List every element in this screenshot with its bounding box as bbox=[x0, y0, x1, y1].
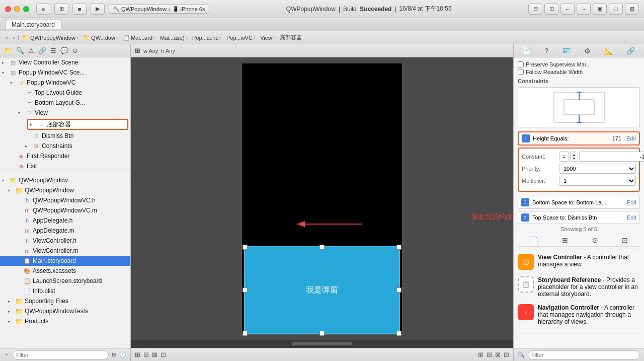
tree-item-qwvc-h[interactable]: h QWPopupWindowVC.h bbox=[0, 195, 130, 205]
tree-item-products[interactable]: 📁 Products bbox=[0, 316, 130, 326]
inspector-connections-btn[interactable]: 🔗 bbox=[624, 46, 637, 56]
tree-item-launchscreen[interactable]: 📋 LaunchScreen.storyboard bbox=[0, 276, 130, 286]
nav-forward[interactable]: → bbox=[577, 4, 591, 15]
handle-top[interactable] bbox=[319, 245, 325, 250]
breadcrumb-item-popup-scene[interactable]: Pop...cene › bbox=[190, 34, 223, 41]
bottom-icon-2[interactable]: ⊞ bbox=[562, 236, 568, 244]
canvas-btn-8[interactable]: ⊡ bbox=[504, 351, 509, 358]
canvas-btn-3[interactable]: ⊠ bbox=[152, 351, 157, 358]
sidebar-toggle-button[interactable]: ≡ bbox=[36, 4, 50, 15]
tree-item-main-storyboard[interactable]: 📋 Main.storyboard bbox=[0, 256, 130, 266]
bottom-icon-3[interactable]: ⊙ bbox=[592, 236, 598, 244]
tree-item-appdelegate-h[interactable]: h AppDelegate.h bbox=[0, 215, 130, 226]
run-button[interactable]: ▶ bbox=[91, 4, 105, 15]
nav-back[interactable]: ← bbox=[560, 4, 575, 15]
tree-item-view[interactable]: □ View bbox=[0, 108, 130, 118]
tree-item-vc-scene[interactable]: ▤ View Controller Scene bbox=[0, 57, 130, 67]
sidebar-btn-6[interactable]: 💬 bbox=[60, 47, 68, 54]
constant-value-input[interactable] bbox=[579, 152, 644, 162]
tree-item-root-project[interactable]: 📁 QWPopupWindow bbox=[0, 175, 130, 185]
main-storyboard-tab[interactable]: Main.storyboard bbox=[5, 20, 61, 29]
right-filter-input[interactable] bbox=[528, 350, 640, 359]
tree-item-bottom-layout[interactable]: ━ Bottom Layout G... bbox=[0, 98, 130, 108]
breadcrumb-nav-prev[interactable]: ‹ bbox=[4, 34, 10, 41]
add-file-button[interactable]: ＋ bbox=[4, 351, 10, 358]
breadcrumb-item-bottom-container[interactable]: 底部容器 bbox=[278, 33, 304, 42]
navigator-button[interactable]: ⊞ bbox=[54, 4, 68, 15]
panel-right[interactable]: ▧ bbox=[625, 4, 639, 15]
breadcrumb-item-view[interactable]: View › bbox=[258, 34, 277, 41]
bottom-icon-1[interactable]: 📄 bbox=[530, 236, 538, 244]
breadcrumb-item-base[interactable]: Mai...ase) › bbox=[158, 34, 189, 41]
inspector-size-btn[interactable]: 📐 bbox=[602, 46, 615, 56]
multiplier-select[interactable]: 1 bbox=[559, 176, 636, 186]
tree-item-plist[interactable]: 📄 Info.plist bbox=[0, 286, 130, 296]
sidebar-btn-4[interactable]: 🔗 bbox=[38, 47, 46, 54]
canvas-btn-7[interactable]: ⊠ bbox=[495, 351, 501, 358]
handle-tr[interactable] bbox=[396, 245, 401, 250]
breadcrumb-nav-next[interactable]: › bbox=[11, 34, 17, 41]
tree-item-bottom-container[interactable]: □ 底部容器 bbox=[27, 119, 128, 130]
tree-item-vc-m[interactable]: m ViewController.m bbox=[0, 246, 130, 256]
scheme-selector[interactable]: 🔨 QWPopupWindow › 📱 iPhone 6s bbox=[109, 5, 209, 14]
canvas-btn-6[interactable]: ⊟ bbox=[487, 351, 492, 358]
canvas-btn-1[interactable]: ⊞ bbox=[135, 351, 140, 358]
tree-item-top-layout[interactable]: ━ Top Layout Guide bbox=[0, 88, 130, 98]
preserve-superview-checkbox[interactable] bbox=[518, 61, 524, 67]
minimize-button[interactable] bbox=[14, 6, 20, 12]
constant-eq-btn[interactable]: = bbox=[559, 152, 569, 162]
close-button[interactable] bbox=[5, 6, 11, 12]
filter-recent-button[interactable]: 🕐 bbox=[119, 351, 126, 358]
layout-btn-1[interactable]: ⊟ bbox=[528, 4, 542, 15]
canvas-zoom-btn[interactable]: ⊞ bbox=[135, 47, 140, 54]
panel-bottom[interactable]: □ bbox=[609, 4, 623, 15]
sidebar-btn-3[interactable]: ⚠ bbox=[28, 47, 34, 54]
handle-bl[interactable] bbox=[243, 331, 248, 336]
canvas-btn-4[interactable]: ⊡ bbox=[160, 351, 166, 358]
component-navigation-controller[interactable]: ‹ Navigation Controller - A controller t… bbox=[518, 301, 640, 329]
tree-item-first-responder[interactable]: ◈ First Responder bbox=[0, 151, 130, 161]
tree-item-appdelegate-m[interactable]: m AppDelegate.m bbox=[0, 226, 130, 236]
top-space-edit[interactable]: Edit bbox=[627, 214, 636, 221]
inspector-file-btn[interactable]: 📄 bbox=[521, 46, 533, 56]
stop-button[interactable]: ■ bbox=[72, 4, 87, 15]
tree-item-qwvc-m[interactable]: m QWPopupWindowVC.m bbox=[0, 205, 130, 215]
sidebar-btn-7[interactable]: ⊙ bbox=[72, 47, 78, 54]
tree-item-dismiss-btn[interactable]: ⊡ Dismiss Btn bbox=[0, 131, 130, 141]
breadcrumb-item-qwwindow[interactable]: 📁 QW...dow › bbox=[81, 34, 120, 41]
handle-bottom[interactable] bbox=[319, 331, 325, 336]
follow-readable-checkbox[interactable] bbox=[518, 69, 524, 75]
handle-left[interactable] bbox=[243, 287, 248, 293]
tree-item-constraints[interactable]: ⊞ Constraints bbox=[0, 141, 130, 151]
horizontal-scrollbar[interactable] bbox=[292, 342, 352, 345]
tree-item-assets[interactable]: 🎨 Assets.xcassets bbox=[0, 266, 130, 276]
tree-item-popup-vc[interactable]: ⊙ Popup WindowVC bbox=[0, 78, 130, 88]
filter-options-button[interactable]: ⊞ bbox=[112, 351, 116, 358]
canvas-btn-2[interactable]: ⊟ bbox=[143, 351, 149, 358]
tree-item-tests[interactable]: 📁 QWPopupWindowTests bbox=[0, 306, 130, 316]
sidebar-btn-1[interactable]: 📁 bbox=[4, 47, 12, 54]
height-equals-constraint[interactable]: ↕ Height Equals: 171 Edit bbox=[518, 131, 640, 146]
breadcrumb-item-qwpopupwindow[interactable]: 📁 QWPopupWindow › bbox=[20, 34, 80, 41]
inspector-quick-btn[interactable]: ? bbox=[543, 46, 551, 56]
breadcrumb-item-popup-vc[interactable]: Pop...wVC › bbox=[224, 34, 257, 41]
handle-br[interactable] bbox=[396, 331, 401, 336]
tree-item-qwpopupwindow-group[interactable]: 📁 QWPopupWindow bbox=[0, 185, 130, 195]
popup-view[interactable]: 我是弹窗 bbox=[244, 246, 400, 334]
tree-item-popup-scene[interactable]: ▤ Popup WindowVC Sce... bbox=[0, 67, 130, 78]
inspector-identity-btn[interactable]: 🪪 bbox=[560, 46, 573, 56]
component-storyboard-reference[interactable]: 📋 Storyboard Reference - Provides a plac… bbox=[518, 273, 640, 301]
handle-tl[interactable] bbox=[243, 245, 248, 250]
fullscreen-button[interactable] bbox=[23, 6, 29, 12]
panel-left[interactable]: ▣ bbox=[593, 4, 607, 15]
handle-right[interactable] bbox=[396, 287, 401, 293]
tree-item-vc-h[interactable]: h ViewController.h bbox=[0, 236, 130, 246]
canvas-content[interactable]: 我是弹窗 修改后的约束 bbox=[131, 57, 513, 340]
breadcrumb-item-main-storyboard[interactable]: 📋 Mai...ard › bbox=[121, 34, 157, 41]
bottom-space-constraint[interactable]: ↧ Bottom Space to: Bottom La... Edit bbox=[518, 196, 640, 209]
constant-stepper[interactable]: ▲ ▼ bbox=[570, 152, 578, 162]
top-space-constraint[interactable]: ↥ Top Space to: Dismiss Btn Edit bbox=[518, 211, 640, 224]
sidebar-btn-2[interactable]: 🔍 bbox=[16, 47, 24, 54]
priority-select[interactable]: 1000 750 250 bbox=[559, 164, 636, 174]
sidebar-btn-5[interactable]: ☰ bbox=[50, 47, 56, 54]
